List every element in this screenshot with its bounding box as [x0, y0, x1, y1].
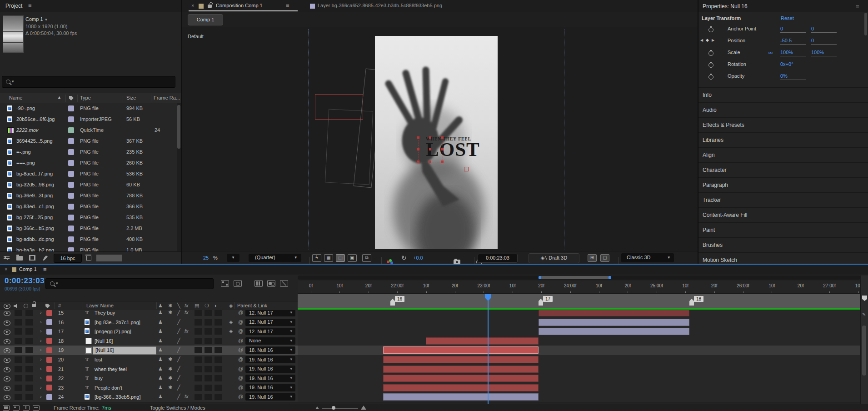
composition-image[interactable]: WHEN THEY FEEL LOST	[375, 36, 498, 249]
panel-list-item[interactable]: Effects & Presets	[698, 117, 868, 133]
timeline-zoom-in-icon[interactable]	[361, 406, 366, 410]
fx-switch-header-icon[interactable]: fx	[185, 303, 189, 308]
graph-editor-icon[interactable]	[280, 280, 288, 287]
panel-menu-icon[interactable]: ≡	[28, 2, 32, 9]
expander-icon[interactable]: ›	[40, 394, 42, 399]
expand-render-time-pane-icon[interactable]	[33, 405, 40, 411]
switch-slot[interactable]	[205, 385, 212, 391]
expander-icon[interactable]: ›	[40, 310, 42, 315]
av-feature-slot[interactable]	[25, 338, 33, 344]
timeline-layer-row[interactable]: ›20Tlost♟✱╱@19. Null 16▾	[0, 355, 860, 365]
parent-dropdown[interactable]: 19. Null 16▾	[245, 384, 295, 391]
project-item-row[interactable]: 3694425...5.pngPNG file367 KB	[0, 136, 181, 147]
panel-list-item[interactable]: Brushes	[698, 237, 868, 253]
parent-dropdown[interactable]: None▾	[245, 337, 295, 345]
shy-switch-icon[interactable]: ♟	[158, 319, 163, 325]
transform-value[interactable]: 0%	[780, 73, 806, 80]
panel-list-item[interactable]: Paragraph	[698, 177, 868, 193]
av-feature-slot[interactable]	[25, 385, 33, 391]
type-color-swatch[interactable]	[68, 247, 74, 251]
keyframe-prev-icon[interactable]: ◀	[700, 38, 703, 42]
switch-slot[interactable]	[195, 328, 202, 335]
close-tab-icon[interactable]: ×	[5, 266, 7, 272]
switch-slot[interactable]	[195, 385, 202, 391]
timeline-layer-row[interactable]: ›15TThey buy♟✱╱fx@12. Null 17▾	[0, 310, 860, 318]
timeline-timecode[interactable]: 0:00:23:03	[5, 276, 45, 286]
quality-switch-icon[interactable]: ╱	[177, 366, 180, 372]
quality-switch-header-icon[interactable]: ╲	[177, 303, 180, 309]
type-color-swatch[interactable]	[68, 160, 74, 166]
type-color-swatch[interactable]	[68, 193, 74, 199]
parent-dropdown[interactable]: 18. Null 16▾	[245, 346, 295, 354]
project-comp-name[interactable]: Comp 1 ▼	[25, 16, 48, 22]
shy-switch-icon[interactable]: ♟	[158, 366, 163, 372]
expand-inout-panes-icon[interactable]	[23, 405, 30, 411]
exposure-value[interactable]: +0.0	[413, 251, 423, 264]
type-color-swatch[interactable]	[68, 149, 74, 155]
layer-color-swatch[interactable]	[46, 319, 52, 325]
type-color-swatch[interactable]	[68, 182, 74, 188]
av-feature-slot[interactable]	[15, 366, 22, 372]
panel-list-item[interactable]: Tracker	[698, 192, 868, 208]
eye-toggle-icon[interactable]	[4, 386, 10, 391]
column-header-size[interactable]: Size	[126, 95, 136, 100]
switch-slot[interactable]	[195, 356, 202, 363]
selected-layer-outline-red[interactable]	[315, 94, 363, 120]
transform-value[interactable]: 0x+0°	[780, 61, 806, 68]
switch-slot[interactable]	[195, 394, 202, 400]
bit-depth-button[interactable]: 16 bpc	[54, 254, 82, 263]
project-item-row[interactable]: bg-83ed...c1.pngPNG file366 KB	[0, 201, 181, 213]
switch-slot[interactable]	[215, 375, 222, 381]
project-item-row[interactable]: =-.pngPNG file235 KB	[0, 147, 181, 158]
eye-toggle-icon[interactable]	[4, 358, 10, 363]
expand-transfer-controls-icon[interactable]	[13, 405, 20, 411]
motion-blur-master-icon[interactable]	[267, 280, 275, 287]
adjustment-layer-header-icon[interactable]: ◐	[215, 303, 218, 308]
shy-switch-icon[interactable]: ♟	[158, 338, 163, 344]
expander-icon[interactable]: ›	[40, 338, 42, 343]
type-color-swatch[interactable]	[68, 138, 74, 144]
shy-switch-icon[interactable]: ♟	[158, 394, 163, 400]
type-color-swatch[interactable]	[68, 116, 74, 122]
layer-color-swatch[interactable]	[46, 357, 52, 363]
tab-layer[interactable]: Layer bg-366ca652-8685-42e3-b3db-5c888f9…	[318, 3, 442, 8]
switch-slot[interactable]	[215, 356, 222, 363]
fx-switch-icon[interactable]: fx	[185, 328, 189, 334]
parent-pickwhip-icon[interactable]: @	[238, 394, 243, 399]
layer-color-swatch[interactable]	[46, 310, 52, 316]
switch-slot[interactable]	[215, 328, 222, 335]
work-area-bar[interactable]: 161718	[298, 294, 860, 308]
quality-switch-icon[interactable]: ╱	[177, 347, 180, 353]
split-view-icon[interactable]: ⊞	[588, 254, 597, 262]
av-feature-slot[interactable]	[15, 328, 22, 335]
new-folder-icon[interactable]	[16, 256, 23, 261]
delete-icon[interactable]	[86, 256, 91, 261]
parent-dropdown[interactable]: 19. Null 16▾	[245, 393, 295, 401]
av-feature-slot[interactable]	[15, 338, 22, 344]
switch-slot[interactable]	[205, 319, 212, 326]
av-feature-slot[interactable]	[15, 394, 22, 400]
layer-duration-bar[interactable]	[383, 356, 539, 363]
layer-duration-bar[interactable]	[539, 328, 689, 335]
timeline-zoom-out-icon[interactable]	[315, 406, 319, 409]
panel-list-item[interactable]: Character	[698, 162, 868, 178]
switch-slot[interactable]	[205, 328, 212, 335]
view-layout-icon[interactable]: ▢	[600, 254, 609, 262]
properties-menu-icon[interactable]: ≡	[856, 3, 859, 10]
transform-value[interactable]: 0	[811, 38, 837, 45]
type-color-swatch[interactable]	[68, 215, 74, 221]
layer-duration-bar[interactable]	[539, 310, 689, 316]
comp-mini-flowchart-tab[interactable]: Comp 1	[188, 14, 223, 25]
parent-pickwhip-icon[interactable]: @	[238, 319, 243, 325]
av-feature-slot[interactable]	[15, 385, 22, 391]
column-header-parent[interactable]: Parent & Link	[237, 303, 267, 308]
project-footer-drag-area[interactable]	[96, 255, 122, 261]
layer-name[interactable]: [pngegg (2).png]	[95, 329, 131, 334]
frame-blend-header-icon[interactable]: ▤	[195, 303, 199, 309]
stopwatch-icon[interactable]	[708, 27, 713, 32]
parent-pickwhip-icon[interactable]: @	[238, 338, 243, 343]
cube-3d-switch-icon[interactable]: ◈	[229, 328, 233, 334]
shy-switch-icon[interactable]: ♟	[158, 375, 163, 381]
label-column-icon[interactable]	[45, 304, 50, 308]
timeline-layer-row[interactable]: ›23TPeople don't♟✱╱@19. Null 16▾	[0, 383, 860, 393]
